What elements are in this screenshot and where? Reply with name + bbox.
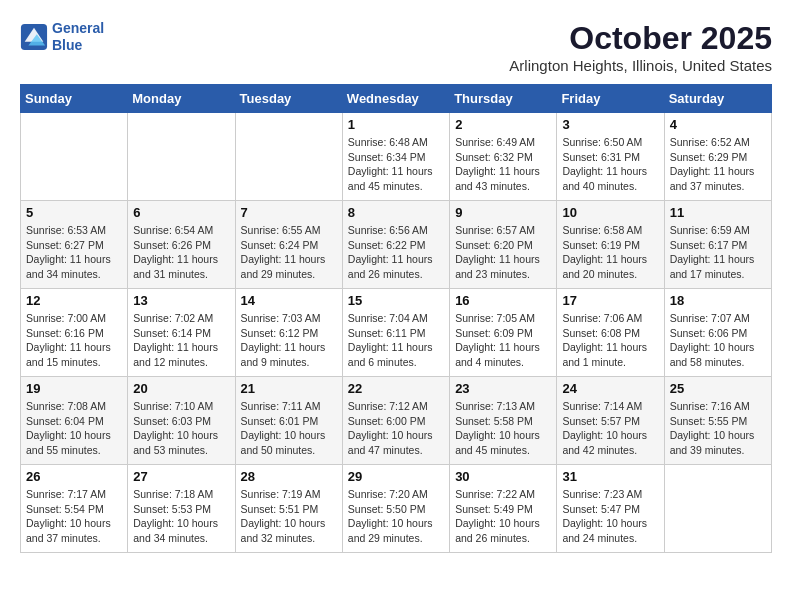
calendar-cell: 21Sunrise: 7:11 AMSunset: 6:01 PMDayligh…: [235, 377, 342, 465]
day-info: Sunrise: 6:53 AMSunset: 6:27 PMDaylight:…: [26, 223, 122, 282]
title-block: October 2025 Arlington Heights, Illinois…: [509, 20, 772, 74]
calendar-cell: [21, 113, 128, 201]
calendar-cell: 13Sunrise: 7:02 AMSunset: 6:14 PMDayligh…: [128, 289, 235, 377]
calendar-table: SundayMondayTuesdayWednesdayThursdayFrid…: [20, 84, 772, 553]
day-number: 31: [562, 469, 658, 484]
day-info: Sunrise: 7:19 AMSunset: 5:51 PMDaylight:…: [241, 487, 337, 546]
day-number: 30: [455, 469, 551, 484]
calendar-cell: 6Sunrise: 6:54 AMSunset: 6:26 PMDaylight…: [128, 201, 235, 289]
logo: General Blue: [20, 20, 104, 54]
calendar-cell: 10Sunrise: 6:58 AMSunset: 6:19 PMDayligh…: [557, 201, 664, 289]
day-info: Sunrise: 7:23 AMSunset: 5:47 PMDaylight:…: [562, 487, 658, 546]
calendar-cell: 17Sunrise: 7:06 AMSunset: 6:08 PMDayligh…: [557, 289, 664, 377]
day-number: 2: [455, 117, 551, 132]
day-number: 14: [241, 293, 337, 308]
calendar-cell: 26Sunrise: 7:17 AMSunset: 5:54 PMDayligh…: [21, 465, 128, 553]
calendar-cell: [235, 113, 342, 201]
calendar-cell: 1Sunrise: 6:48 AMSunset: 6:34 PMDaylight…: [342, 113, 449, 201]
day-info: Sunrise: 7:16 AMSunset: 5:55 PMDaylight:…: [670, 399, 766, 458]
day-number: 10: [562, 205, 658, 220]
day-info: Sunrise: 7:06 AMSunset: 6:08 PMDaylight:…: [562, 311, 658, 370]
week-row-2: 5Sunrise: 6:53 AMSunset: 6:27 PMDaylight…: [21, 201, 772, 289]
day-number: 6: [133, 205, 229, 220]
day-info: Sunrise: 6:52 AMSunset: 6:29 PMDaylight:…: [670, 135, 766, 194]
day-info: Sunrise: 7:17 AMSunset: 5:54 PMDaylight:…: [26, 487, 122, 546]
weekday-header-monday: Monday: [128, 85, 235, 113]
day-info: Sunrise: 7:08 AMSunset: 6:04 PMDaylight:…: [26, 399, 122, 458]
location: Arlington Heights, Illinois, United Stat…: [509, 57, 772, 74]
day-number: 25: [670, 381, 766, 396]
day-number: 19: [26, 381, 122, 396]
day-number: 5: [26, 205, 122, 220]
page-header: General Blue October 2025 Arlington Heig…: [20, 20, 772, 74]
logo-icon: [20, 23, 48, 51]
weekday-header-friday: Friday: [557, 85, 664, 113]
calendar-cell: 8Sunrise: 6:56 AMSunset: 6:22 PMDaylight…: [342, 201, 449, 289]
weekday-header-wednesday: Wednesday: [342, 85, 449, 113]
calendar-cell: 24Sunrise: 7:14 AMSunset: 5:57 PMDayligh…: [557, 377, 664, 465]
calendar-cell: 7Sunrise: 6:55 AMSunset: 6:24 PMDaylight…: [235, 201, 342, 289]
day-info: Sunrise: 6:49 AMSunset: 6:32 PMDaylight:…: [455, 135, 551, 194]
day-info: Sunrise: 7:12 AMSunset: 6:00 PMDaylight:…: [348, 399, 444, 458]
day-number: 20: [133, 381, 229, 396]
calendar-cell: 31Sunrise: 7:23 AMSunset: 5:47 PMDayligh…: [557, 465, 664, 553]
weekday-header-tuesday: Tuesday: [235, 85, 342, 113]
calendar-cell: 22Sunrise: 7:12 AMSunset: 6:00 PMDayligh…: [342, 377, 449, 465]
day-number: 1: [348, 117, 444, 132]
calendar-cell: 14Sunrise: 7:03 AMSunset: 6:12 PMDayligh…: [235, 289, 342, 377]
day-number: 27: [133, 469, 229, 484]
calendar-cell: 19Sunrise: 7:08 AMSunset: 6:04 PMDayligh…: [21, 377, 128, 465]
month-title: October 2025: [509, 20, 772, 57]
day-info: Sunrise: 7:13 AMSunset: 5:58 PMDaylight:…: [455, 399, 551, 458]
weekday-header-saturday: Saturday: [664, 85, 771, 113]
week-row-5: 26Sunrise: 7:17 AMSunset: 5:54 PMDayligh…: [21, 465, 772, 553]
day-info: Sunrise: 6:48 AMSunset: 6:34 PMDaylight:…: [348, 135, 444, 194]
day-info: Sunrise: 7:05 AMSunset: 6:09 PMDaylight:…: [455, 311, 551, 370]
week-row-3: 12Sunrise: 7:00 AMSunset: 6:16 PMDayligh…: [21, 289, 772, 377]
day-number: 4: [670, 117, 766, 132]
week-row-4: 19Sunrise: 7:08 AMSunset: 6:04 PMDayligh…: [21, 377, 772, 465]
calendar-cell: 4Sunrise: 6:52 AMSunset: 6:29 PMDaylight…: [664, 113, 771, 201]
day-info: Sunrise: 6:54 AMSunset: 6:26 PMDaylight:…: [133, 223, 229, 282]
day-info: Sunrise: 6:58 AMSunset: 6:19 PMDaylight:…: [562, 223, 658, 282]
day-number: 7: [241, 205, 337, 220]
calendar-cell: 9Sunrise: 6:57 AMSunset: 6:20 PMDaylight…: [450, 201, 557, 289]
day-number: 21: [241, 381, 337, 396]
calendar-cell: 11Sunrise: 6:59 AMSunset: 6:17 PMDayligh…: [664, 201, 771, 289]
calendar-cell: 18Sunrise: 7:07 AMSunset: 6:06 PMDayligh…: [664, 289, 771, 377]
day-number: 17: [562, 293, 658, 308]
calendar-cell: 23Sunrise: 7:13 AMSunset: 5:58 PMDayligh…: [450, 377, 557, 465]
day-info: Sunrise: 7:04 AMSunset: 6:11 PMDaylight:…: [348, 311, 444, 370]
day-info: Sunrise: 7:22 AMSunset: 5:49 PMDaylight:…: [455, 487, 551, 546]
day-info: Sunrise: 7:20 AMSunset: 5:50 PMDaylight:…: [348, 487, 444, 546]
day-info: Sunrise: 6:50 AMSunset: 6:31 PMDaylight:…: [562, 135, 658, 194]
calendar-cell: 29Sunrise: 7:20 AMSunset: 5:50 PMDayligh…: [342, 465, 449, 553]
day-info: Sunrise: 7:02 AMSunset: 6:14 PMDaylight:…: [133, 311, 229, 370]
calendar-cell: 16Sunrise: 7:05 AMSunset: 6:09 PMDayligh…: [450, 289, 557, 377]
day-number: 11: [670, 205, 766, 220]
day-number: 3: [562, 117, 658, 132]
day-number: 16: [455, 293, 551, 308]
calendar-cell: 5Sunrise: 6:53 AMSunset: 6:27 PMDaylight…: [21, 201, 128, 289]
day-number: 28: [241, 469, 337, 484]
day-info: Sunrise: 7:10 AMSunset: 6:03 PMDaylight:…: [133, 399, 229, 458]
calendar-cell: 30Sunrise: 7:22 AMSunset: 5:49 PMDayligh…: [450, 465, 557, 553]
calendar-cell: 3Sunrise: 6:50 AMSunset: 6:31 PMDaylight…: [557, 113, 664, 201]
calendar-cell: 12Sunrise: 7:00 AMSunset: 6:16 PMDayligh…: [21, 289, 128, 377]
day-number: 9: [455, 205, 551, 220]
calendar-cell: 25Sunrise: 7:16 AMSunset: 5:55 PMDayligh…: [664, 377, 771, 465]
day-number: 24: [562, 381, 658, 396]
day-number: 12: [26, 293, 122, 308]
day-info: Sunrise: 6:59 AMSunset: 6:17 PMDaylight:…: [670, 223, 766, 282]
day-number: 26: [26, 469, 122, 484]
day-info: Sunrise: 6:55 AMSunset: 6:24 PMDaylight:…: [241, 223, 337, 282]
day-info: Sunrise: 7:03 AMSunset: 6:12 PMDaylight:…: [241, 311, 337, 370]
day-info: Sunrise: 6:56 AMSunset: 6:22 PMDaylight:…: [348, 223, 444, 282]
calendar-cell: 28Sunrise: 7:19 AMSunset: 5:51 PMDayligh…: [235, 465, 342, 553]
day-info: Sunrise: 7:14 AMSunset: 5:57 PMDaylight:…: [562, 399, 658, 458]
day-number: 22: [348, 381, 444, 396]
day-info: Sunrise: 7:07 AMSunset: 6:06 PMDaylight:…: [670, 311, 766, 370]
day-info: Sunrise: 6:57 AMSunset: 6:20 PMDaylight:…: [455, 223, 551, 282]
calendar-cell: 27Sunrise: 7:18 AMSunset: 5:53 PMDayligh…: [128, 465, 235, 553]
day-number: 29: [348, 469, 444, 484]
